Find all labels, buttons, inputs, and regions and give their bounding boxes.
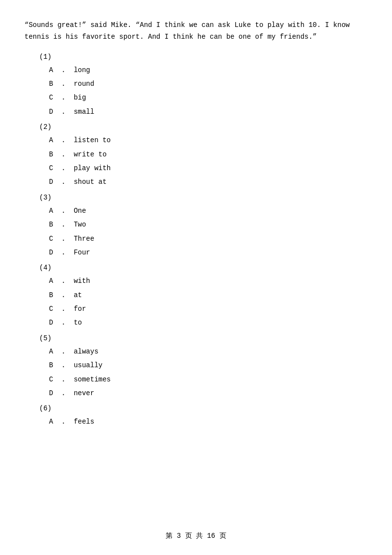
option-q3-c[interactable]: C . Three bbox=[49, 233, 368, 244]
question-number-2: (2) bbox=[39, 123, 368, 131]
option-q4-c[interactable]: C . for bbox=[49, 303, 368, 314]
passage-text: “Sounds great!” said Mike. “And I think … bbox=[24, 20, 368, 43]
question-number-4: (4) bbox=[39, 264, 368, 272]
option-q2-b[interactable]: B . write to bbox=[49, 149, 368, 160]
option-q1-b[interactable]: B . round bbox=[49, 78, 368, 89]
option-q1-a[interactable]: A . long bbox=[49, 65, 368, 76]
question-number-5: (5) bbox=[39, 334, 368, 342]
page-footer: 第 3 页 共 16 页 bbox=[0, 531, 392, 540]
option-q4-d[interactable]: D . to bbox=[49, 317, 368, 328]
option-q5-d[interactable]: D . never bbox=[49, 388, 368, 399]
option-q5-b[interactable]: B . usually bbox=[49, 360, 368, 371]
question-number-6: (6) bbox=[39, 404, 368, 412]
questions-container: (1)A . longB . roundC . bigD . small(2)A… bbox=[24, 53, 368, 428]
option-q1-d[interactable]: D . small bbox=[49, 106, 368, 117]
question-number-3: (3) bbox=[39, 194, 368, 202]
option-q1-c[interactable]: C . big bbox=[49, 92, 368, 103]
option-q5-a[interactable]: A . always bbox=[49, 346, 368, 357]
option-q3-d[interactable]: D . Four bbox=[49, 247, 368, 258]
option-q6-a[interactable]: A . feels bbox=[49, 416, 368, 427]
option-q5-c[interactable]: C . sometimes bbox=[49, 374, 368, 385]
question-number-1: (1) bbox=[39, 53, 368, 61]
option-q2-c[interactable]: C . play with bbox=[49, 163, 368, 174]
option-q4-b[interactable]: B . at bbox=[49, 290, 368, 301]
option-q2-a[interactable]: A . listen to bbox=[49, 135, 368, 146]
option-q4-a[interactable]: A . with bbox=[49, 276, 368, 286]
option-q3-a[interactable]: A . One bbox=[49, 205, 368, 216]
option-q2-d[interactable]: D . shout at bbox=[49, 177, 368, 187]
option-q3-b[interactable]: B . Two bbox=[49, 219, 368, 230]
